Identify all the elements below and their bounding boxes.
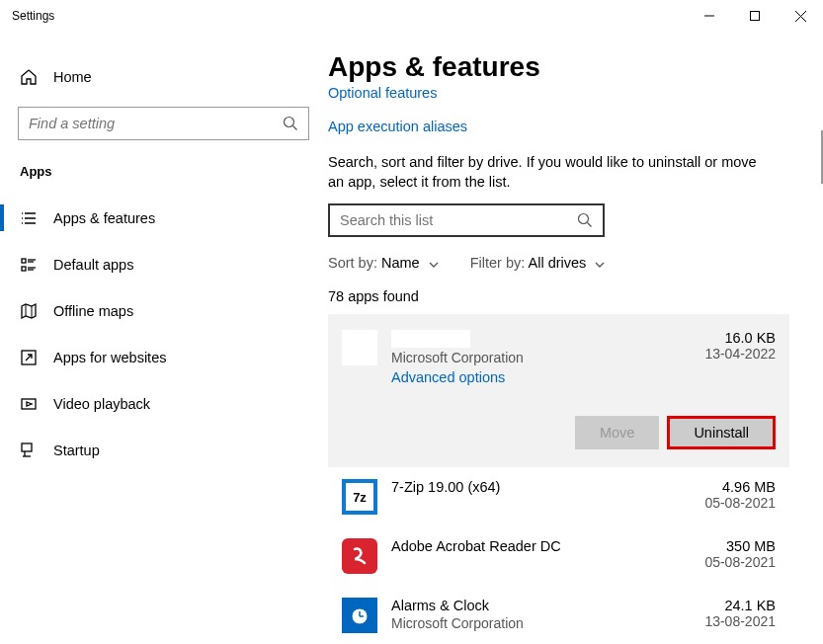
svg-point-25 [579,214,589,224]
sort-value: Name [381,255,420,271]
app-icon-acrobat [342,538,377,574]
app-search-input[interactable] [340,212,577,228]
instructions: Search, sort and filter by drive. If you… [328,152,789,192]
list-icon [20,209,38,227]
app-date: 13-04-2022 [704,346,776,362]
nav-label: Default apps [53,257,133,273]
section-title: Apps [0,164,327,179]
app-item-selected[interactable]: Microsoft Corporation Advanced options 1… [328,314,789,467]
close-button[interactable] [778,0,823,32]
defaults-icon [20,256,38,274]
app-icon-alarms [342,598,377,633]
filter-dropdown[interactable]: Filter by: All drives [470,255,606,271]
app-size: 16.0 KB [704,330,776,346]
app-date: 05-08-2021 [704,495,776,511]
nav-label: Video playback [53,396,150,412]
nav-video-playback[interactable]: Video playback [0,380,327,427]
svg-line-5 [293,126,297,130]
app-name: Alarms & Clock [391,598,704,613]
sidebar: Home Apps Apps & features Default apps [0,32,328,644]
app-publisher: Microsoft Corporation [391,615,704,631]
app-name [391,330,470,348]
main-panel: Apps & features Optional features App ex… [328,32,823,644]
svg-rect-21 [22,399,36,409]
page-title: Apps & features [328,51,789,83]
nav-apps-websites[interactable]: Apps for websites [0,334,327,380]
settings-search-input[interactable] [29,116,283,131]
filter-label: Filter by: [470,255,526,271]
filter-value: All drives [529,255,587,271]
app-item[interactable]: 7z 7-Zip 19.00 (x64) 4.96 MB 05-08-2021 [328,467,789,526]
app-icon [342,330,377,365]
nav-label: Startup [53,443,100,458]
nav-apps-features[interactable]: Apps & features [0,195,327,241]
app-size: 350 MB [704,538,776,554]
nav-label: Apps & features [53,210,155,226]
app-publisher: Microsoft Corporation [391,350,704,365]
apps-count: 78 apps found [328,288,789,304]
chevron-down-icon [429,262,439,268]
nav-label: Offline maps [53,303,133,319]
window-title: Settings [12,9,54,23]
svg-line-26 [588,223,592,227]
uninstall-button[interactable]: Uninstall [667,416,776,449]
startup-icon [20,442,38,459]
nav-default-apps[interactable]: Default apps [0,241,327,287]
nav-offline-maps[interactable]: Offline maps [0,287,327,334]
svg-point-4 [285,118,294,127]
app-name: Adobe Acrobat Reader DC [391,538,704,554]
move-button: Move [575,416,659,449]
svg-rect-1 [751,12,760,21]
app-aliases-link[interactable]: App execution aliases [328,119,789,134]
maximize-button[interactable] [732,0,778,32]
app-search[interactable] [328,203,605,237]
svg-rect-15 [22,267,26,271]
app-item[interactable]: Alarms & Clock Microsoft Corporation 24.… [328,586,789,644]
map-icon [20,302,38,320]
titlebar: Settings [0,0,823,32]
app-size: 4.96 MB [704,479,776,495]
optional-features-link[interactable]: Optional features [328,85,789,101]
nav-label: Apps for websites [53,350,166,365]
app-item[interactable]: Adobe Acrobat Reader DC 350 MB 05-08-202… [328,526,789,586]
home-label: Home [53,69,92,85]
home-nav[interactable]: Home [0,59,327,95]
svg-rect-12 [22,259,26,263]
app-date: 13-08-2021 [704,613,776,629]
search-icon [577,212,593,228]
minimize-button[interactable] [687,0,732,32]
app-list: Microsoft Corporation Advanced options 1… [328,314,789,644]
svg-rect-22 [22,443,32,451]
open-icon [20,349,38,366]
app-size: 24.1 KB [704,598,776,613]
settings-search[interactable] [18,107,309,140]
sort-dropdown[interactable]: Sort by: Name [328,255,439,271]
app-date: 05-08-2021 [704,554,776,570]
app-icon-7zip: 7z [342,479,377,515]
sort-label: Sort by: [328,255,377,271]
advanced-options-link[interactable]: Advanced options [391,369,505,385]
chevron-down-icon [595,262,605,268]
app-name: 7-Zip 19.00 (x64) [391,479,704,495]
nav-startup[interactable]: Startup [0,427,327,473]
video-icon [20,395,38,413]
search-icon [283,116,298,131]
home-icon [20,68,38,86]
